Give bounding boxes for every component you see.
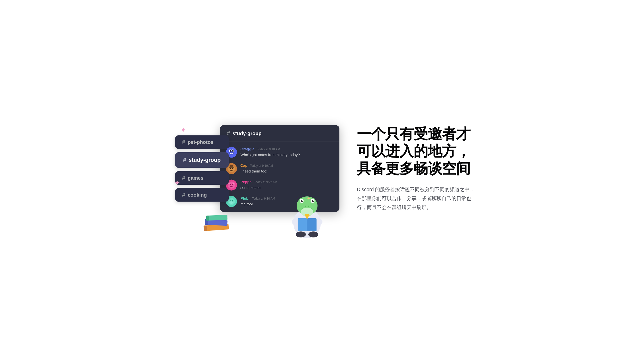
svg-point-46 (296, 232, 306, 238)
svg-point-4 (230, 150, 231, 152)
svg-point-27 (230, 201, 234, 204)
svg-rect-55 (206, 216, 209, 220)
left-section: ✦ ✦ ✦ # pet-photos # study-group # games… (168, 94, 327, 243)
message-text-cap: I need them too! (240, 168, 334, 174)
channel-name-label: cooking (188, 192, 207, 198)
svg-point-49 (304, 214, 310, 217)
message-time-peppe: Today at 9:22 AM (254, 180, 277, 184)
message-text-graggle: Who's got notes from history today? (240, 152, 334, 158)
sparkle-decoration-3: ✦ (306, 196, 311, 201)
svg-point-43 (305, 206, 306, 207)
message-time-phibi: Today at 9:30 AM (252, 197, 275, 200)
svg-rect-11 (230, 165, 233, 167)
channel-list: # pet-photos # study-group # games # coo… (175, 136, 229, 202)
svg-rect-51 (204, 226, 207, 231)
hash-icon: # (182, 139, 185, 145)
channel-item-games[interactable]: # games (175, 171, 229, 185)
svg-rect-32 (298, 218, 307, 231)
author-name-peppe: Peppe (240, 180, 252, 184)
message-time-graggle: Today at 9:18 AM (257, 148, 280, 151)
message-meta-graggle: Graggle Today at 9:18 AM (240, 147, 334, 151)
hash-icon: # (182, 175, 185, 181)
svg-point-47 (308, 232, 318, 238)
channel-item-cooking[interactable]: # cooking (175, 188, 229, 202)
message-graggle: Graggle Today at 9:18 AM Who's got notes… (226, 147, 334, 158)
author-name-graggle: Graggle (240, 147, 254, 151)
sparkle-decoration-1: ✦ (180, 127, 186, 134)
message-cap: Cap Today at 9:19 AM I need them too! (226, 163, 334, 174)
svg-point-13 (232, 168, 233, 169)
books-stack-illustration (202, 207, 232, 233)
svg-point-26 (230, 198, 232, 200)
hash-icon: # (182, 192, 185, 198)
right-section: 一个只有受邀者才可以进入的地方，具备更多畅谈空间 Discord 的服务器按话题… (347, 125, 476, 212)
svg-point-42 (313, 200, 314, 201)
svg-point-44 (308, 206, 309, 207)
message-time-cap: Today at 9:19 AM (250, 164, 273, 168)
chat-channel-name: study-group (232, 130, 262, 136)
message-meta-cap: Cap Today at 9:19 AM (240, 163, 334, 168)
svg-point-21 (233, 183, 234, 184)
hash-icon: # (183, 157, 186, 163)
message-content-graggle: Graggle Today at 9:18 AM Who's got notes… (240, 147, 334, 158)
description-text: Discord 的服务器按话题不同被分到不同的频道之中，在那里你们可以合作、分享… (357, 185, 476, 212)
svg-point-12 (230, 168, 231, 169)
author-name-cap: Cap (240, 163, 247, 168)
channel-item-study-group[interactable]: # study-group (175, 152, 229, 168)
channel-item-pet-photos[interactable]: # pet-photos (175, 136, 229, 149)
main-title: 一个只有受邀者才可以进入的地方，具备更多畅谈空间 (357, 125, 476, 177)
message-content-cap: Cap Today at 9:19 AM I need them too! (240, 163, 334, 174)
chat-header: # study-group (220, 125, 340, 142)
frog-character-illustration (282, 178, 332, 238)
channel-name-label: pet-photos (188, 140, 213, 145)
svg-rect-54 (206, 215, 228, 221)
sparkle-decoration-2: ✦ (174, 180, 180, 186)
channel-name-label: study-group (188, 157, 220, 163)
channel-name-label: games (188, 175, 203, 181)
page-container: ✦ ✦ ✦ # pet-photos # study-group # games… (148, 79, 496, 258)
svg-point-5 (232, 150, 234, 152)
author-name-phibi: Phibi (240, 196, 250, 200)
svg-point-41 (302, 200, 303, 201)
svg-point-20 (228, 183, 230, 184)
